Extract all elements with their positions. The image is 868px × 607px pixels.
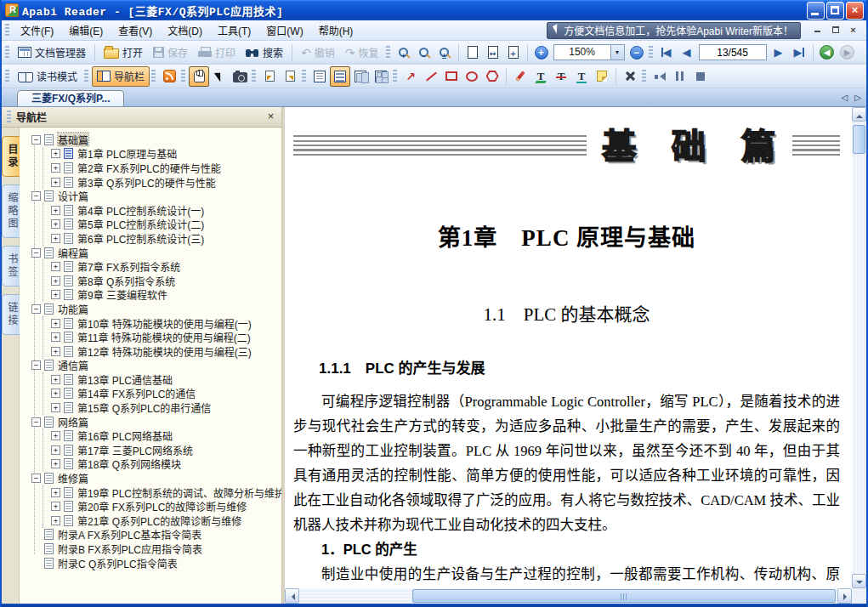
zoom-level-combobox[interactable]: 150% ▼ [553,44,625,60]
collapse-icon[interactable]: − [31,248,41,258]
expand-icon[interactable]: + [51,516,60,525]
expand-icon[interactable]: + [51,163,60,173]
rss-button[interactable] [159,66,179,87]
expand-icon[interactable]: + [51,262,60,271]
expand-icon[interactable]: + [51,234,60,243]
tree-chapter-1[interactable]: +第1章 PLC原理与基础 [43,147,281,162]
tree-chapter-5[interactable]: +第5章 PLC控制系统设计(二) [43,218,281,232]
rotate-right-button[interactable] [280,66,300,87]
dropdown-arrow-icon[interactable]: ▼ [610,45,624,60]
expand-icon[interactable]: + [51,403,60,412]
mdi-minimize-button[interactable] [811,25,824,37]
menu-tools[interactable]: 工具(T) [210,20,258,40]
expand-icon[interactable]: + [51,375,60,384]
vertical-scroll-thumb[interactable] [853,125,865,154]
collapse-icon[interactable]: − [31,135,41,145]
horizontal-scrollbar[interactable] [285,588,852,604]
tree-chapter-16[interactable]: +第16章 PLC网络基础 [43,428,281,443]
tree-chapter-15[interactable]: +第15章 Q系列PLC的串行通信 [43,400,281,415]
select-tool-button[interactable] [209,66,230,87]
document-tab[interactable]: 三菱FX/Q系列P... [17,90,124,106]
tree-chapter-3[interactable]: +第3章 Q系列PLC的硬件与性能 [43,175,281,190]
dynamic-zoom-button[interactable]: ± [434,43,455,63]
rotate-left-button[interactable] [259,66,280,87]
collapse-icon[interactable]: − [31,417,41,427]
tab-thumbnails[interactable]: 缩略图 [2,184,20,238]
tree-section-design[interactable]: − 设计篇 [25,189,281,203]
tree-chapter-10[interactable]: +第10章 特殊功能模块的使用与编程(一) [43,316,281,331]
expand-icon[interactable]: + [51,488,60,497]
tree-chapter-18[interactable]: +第18章 Q系列网络模块 [43,457,281,472]
highlight-text-button[interactable]: T [530,66,551,87]
fit-width-button[interactable]: ↔ [483,43,503,63]
expand-icon[interactable]: + [51,290,60,299]
collapse-icon[interactable]: − [31,360,41,370]
horizontal-scroll-thumb[interactable] [412,589,836,603]
oval-annotation-button[interactable] [462,66,482,87]
sidebar-close-button[interactable]: × [264,111,278,124]
expand-icon[interactable]: + [51,445,60,455]
tree-chapter-4[interactable]: +第4章 PLC控制系统设计(一) [43,203,281,218]
expand-icon[interactable]: + [51,502,60,511]
tree-chapter-8[interactable]: +第8章 Q系列指令系统 [43,274,281,288]
toolbar-grip[interactable] [642,70,646,83]
tree-chapter-6[interactable]: +第6章 PLC控制系统设计(三) [43,231,281,246]
go-back-button[interactable]: ◀ [817,43,837,63]
zoom-out-button[interactable]: − [414,43,434,63]
annotation-tools-button[interactable] [620,66,640,87]
polygon-annotation-button[interactable] [482,66,502,87]
continuous-facing-layout-button[interactable] [371,66,391,87]
first-page-button[interactable]: ◀ [656,43,677,63]
expand-icon[interactable]: + [51,347,60,356]
pencil-annotation-button[interactable] [510,66,530,87]
menu-help[interactable]: 帮助(H) [311,20,361,40]
tree-chapter-21[interactable]: +第21章 Q系列PLC的故障诊断与维修 [43,513,281,528]
fit-page-button[interactable] [462,43,483,63]
sidebar-grip[interactable] [7,111,11,124]
hand-tool-button[interactable] [189,66,209,87]
toolbar-grip[interactable] [181,70,185,83]
zoom-in-button[interactable]: + [394,43,414,63]
go-forward-button[interactable]: ▶ [837,43,858,63]
tab-bookmarks[interactable]: 书签 [2,246,20,286]
collapse-icon[interactable]: − [31,191,41,201]
tree-chapter-17[interactable]: +第17章 三菱PLC网络系统 [43,443,281,457]
open-button[interactable]: 打开 [99,43,148,63]
toolbar-grip[interactable] [151,70,156,83]
line-annotation-button[interactable] [421,66,441,87]
tab-toc[interactable]: 目录 [2,136,20,177]
toolbar-grip[interactable] [393,70,397,83]
stop-reading-button[interactable] [690,66,711,87]
tree-chapter-11[interactable]: +第11章 特殊功能模块的使用与编程(二) [43,330,281,344]
menu-view[interactable]: 查看(V) [111,20,160,40]
expand-icon[interactable]: + [51,332,60,342]
tree-appendix-b[interactable]: 附录B FX系列PLC应用指令简表 [25,542,281,556]
toolbar-grip[interactable] [252,70,256,83]
vertical-scrollbar[interactable] [852,107,866,588]
expand-icon[interactable]: + [51,206,60,215]
tree-chapter-13[interactable]: +第13章 PLC通信基础 [43,372,281,387]
tree-chapter-12[interactable]: +第12章 特殊功能模块的使用与编程(三) [43,344,281,359]
toolbar-grip[interactable] [5,46,9,60]
scroll-up-button[interactable] [852,107,866,122]
tree-chapter-19[interactable]: +第19章 PLC控制系统的调试、故障分析与维护 [43,485,281,500]
menubar-grip[interactable] [5,24,9,37]
expand-icon[interactable]: + [51,389,60,398]
toolbar-grip[interactable] [386,46,390,60]
print-button[interactable]: 打印 [193,43,241,63]
search-button[interactable]: 搜索 [241,43,288,63]
restore-button[interactable] [826,2,844,20]
expand-icon[interactable]: + [51,431,60,440]
tree-chapter-20[interactable]: +第20章 FX系列PLC的故障诊断与维修 [43,499,281,513]
scroll-left-button[interactable] [285,588,299,604]
tree-section-programming[interactable]: − 编程篇 [25,246,281,260]
snapshot-tool-button[interactable] [230,66,250,87]
tree-section-function[interactable]: − 功能篇 [25,302,281,316]
tab-links[interactable]: 链接 [2,294,20,335]
strikeout-text-button[interactable]: T [551,66,571,87]
menu-document[interactable]: 文档(D) [160,20,210,40]
menu-edit[interactable]: 编辑(E) [61,20,111,40]
scroll-right-button[interactable] [837,588,852,604]
expand-icon[interactable]: + [51,319,60,328]
next-page-button[interactable]: ▶ [769,43,789,63]
